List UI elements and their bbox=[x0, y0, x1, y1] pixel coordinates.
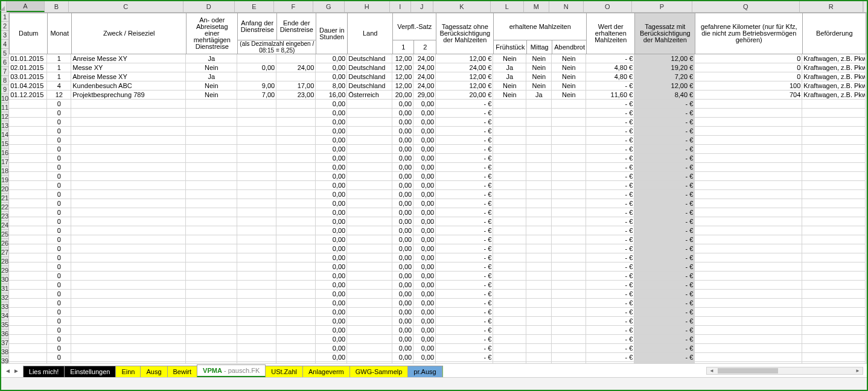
table-row[interactable]: 03.01.20151Abreise Messe XYJa0,00Deutsch… bbox=[9, 72, 866, 81]
cell[interactable]: 12,00 bbox=[392, 81, 413, 91]
cell[interactable] bbox=[695, 217, 802, 226]
cell[interactable] bbox=[276, 199, 316, 208]
cell[interactable] bbox=[71, 118, 186, 127]
cell[interactable]: 0,00 bbox=[392, 109, 413, 118]
cell[interactable] bbox=[276, 181, 316, 190]
cell[interactable]: 0 bbox=[47, 217, 71, 226]
cell[interactable]: 0 bbox=[47, 208, 71, 217]
row-header[interactable]: 25 bbox=[1, 230, 8, 239]
cell[interactable]: 24,00 bbox=[413, 54, 436, 63]
cell[interactable]: 0,00 bbox=[392, 163, 413, 172]
cell[interactable]: 0 bbox=[47, 100, 71, 109]
cell[interactable]: Abreise Messe XY bbox=[71, 72, 186, 81]
cell[interactable]: - € bbox=[586, 154, 634, 163]
cell[interactable]: 0,00 bbox=[392, 172, 413, 181]
cell[interactable]: - € bbox=[436, 199, 493, 208]
cell[interactable] bbox=[552, 362, 586, 363]
cell[interactable]: 4,80 € bbox=[586, 63, 634, 72]
row-header[interactable]: 27 bbox=[1, 248, 8, 257]
col-header-A[interactable]: A bbox=[7, 1, 45, 12]
cell[interactable]: - € bbox=[436, 253, 493, 262]
hscroll-right-icon[interactable]: ► bbox=[853, 367, 863, 374]
cell[interactable]: 0,00 bbox=[413, 163, 436, 172]
cell[interactable] bbox=[552, 308, 586, 317]
cell[interactable] bbox=[276, 326, 316, 335]
row-header[interactable]: 10 bbox=[1, 94, 8, 103]
table-row[interactable]: 01.04.20154Kundenbesuch ABCNein9,0017,00… bbox=[9, 81, 866, 91]
cell[interactable] bbox=[186, 362, 237, 363]
cell[interactable] bbox=[493, 172, 526, 181]
cell[interactable]: - € bbox=[586, 118, 634, 127]
cell[interactable]: 0,00 bbox=[413, 190, 436, 199]
cell[interactable] bbox=[493, 272, 526, 281]
cell[interactable]: 0 bbox=[47, 127, 71, 136]
row-header[interactable]: 14 bbox=[1, 130, 8, 139]
cell[interactable]: - € bbox=[634, 235, 695, 244]
cell[interactable]: - € bbox=[586, 299, 634, 308]
cell[interactable] bbox=[276, 299, 316, 308]
cell[interactable]: 0 bbox=[47, 299, 71, 308]
cell[interactable]: 0,00 bbox=[316, 335, 347, 344]
cell[interactable] bbox=[695, 281, 802, 290]
cell[interactable] bbox=[186, 272, 237, 281]
cell[interactable] bbox=[276, 172, 316, 181]
cell[interactable] bbox=[276, 54, 316, 63]
cell[interactable] bbox=[237, 226, 276, 235]
cell[interactable] bbox=[802, 109, 866, 118]
cell[interactable] bbox=[802, 163, 866, 172]
table-row[interactable]: 00,000,000,00- €- €- € bbox=[9, 181, 866, 190]
cell[interactable] bbox=[186, 181, 237, 190]
cell[interactable]: 0,00 bbox=[316, 54, 347, 63]
row-header[interactable]: 6 bbox=[1, 58, 8, 67]
row-header[interactable]: 34 bbox=[1, 311, 8, 320]
cell[interactable]: - € bbox=[634, 272, 695, 281]
cell[interactable] bbox=[9, 190, 47, 199]
cell[interactable]: 0,00 bbox=[316, 72, 347, 81]
cell[interactable] bbox=[526, 208, 552, 217]
cell[interactable] bbox=[493, 326, 526, 335]
cell[interactable] bbox=[276, 344, 316, 353]
table-row[interactable]: 00,000,000,00- €- €- € bbox=[9, 217, 866, 226]
cell[interactable]: 29,00 bbox=[413, 91, 436, 100]
cell[interactable] bbox=[347, 362, 392, 363]
cell[interactable] bbox=[347, 100, 392, 109]
cell[interactable]: 0,00 bbox=[316, 290, 347, 299]
table-row[interactable]: 00,000,000,00- €- €- € bbox=[9, 262, 866, 272]
cell[interactable]: 24,00 € bbox=[436, 63, 493, 72]
cell[interactable]: - € bbox=[634, 190, 695, 199]
cell[interactable]: 01.01.2015 bbox=[9, 54, 47, 63]
table-row[interactable]: 00,000,000,00- €- €- € bbox=[9, 308, 866, 317]
cell[interactable]: Nein bbox=[552, 72, 586, 81]
cell[interactable]: - € bbox=[436, 208, 493, 217]
cell[interactable]: - € bbox=[586, 136, 634, 145]
cell[interactable] bbox=[802, 190, 866, 199]
cell[interactable]: - € bbox=[436, 154, 493, 163]
cell[interactable]: 0,00 bbox=[316, 226, 347, 235]
cell[interactable] bbox=[526, 181, 552, 190]
cell[interactable]: - € bbox=[634, 217, 695, 226]
cell[interactable] bbox=[237, 290, 276, 299]
table-row[interactable]: 00,000,000,00- €- €- € bbox=[9, 244, 866, 253]
cell[interactable]: - € bbox=[634, 154, 695, 163]
cell[interactable]: 12,00 bbox=[392, 54, 413, 63]
cell[interactable]: 0 bbox=[47, 317, 71, 326]
cell[interactable]: 0,00 bbox=[316, 172, 347, 181]
row-header[interactable]: 7 bbox=[1, 67, 8, 76]
cell[interactable] bbox=[71, 344, 186, 353]
row-header[interactable]: 29 bbox=[1, 266, 8, 275]
cell[interactable] bbox=[552, 253, 586, 262]
cell[interactable]: 0 bbox=[695, 54, 802, 63]
table-row[interactable]: 00,000,000,00- €- €- € bbox=[9, 317, 866, 326]
cell[interactable]: 0,00 bbox=[413, 317, 436, 326]
cell[interactable] bbox=[695, 244, 802, 253]
cell[interactable]: 0 bbox=[47, 181, 71, 190]
cell[interactable]: 0 bbox=[47, 172, 71, 181]
cell[interactable]: - € bbox=[586, 208, 634, 217]
table-row[interactable]: 00,000,000,00- €- €- € bbox=[9, 299, 866, 308]
cell[interactable]: 7,20 € bbox=[634, 72, 695, 81]
col-header-N[interactable]: N bbox=[549, 1, 584, 12]
cell[interactable] bbox=[526, 244, 552, 253]
cell[interactable] bbox=[9, 244, 47, 253]
row-header[interactable]: 24 bbox=[1, 221, 8, 230]
cell[interactable] bbox=[695, 299, 802, 308]
